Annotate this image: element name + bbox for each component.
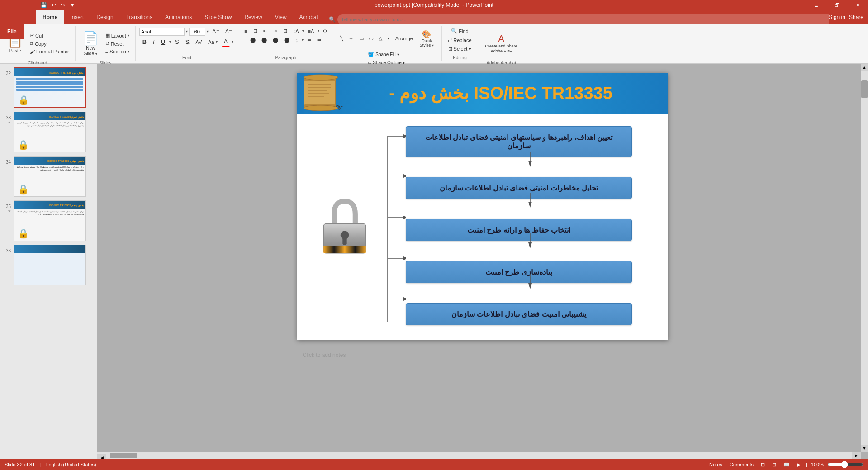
h-scrollbar[interactable]: ◀ ▶	[97, 452, 861, 459]
notes-area[interactable]: Click to add notes	[297, 351, 668, 359]
tab-design[interactable]: Design	[90, 10, 119, 24]
tab-view[interactable]: View	[269, 10, 293, 24]
reading-view-btn[interactable]: 📖	[782, 461, 792, 468]
font-name-input[interactable]	[139, 28, 185, 36]
select-button[interactable]: ⊡ Select ▾	[446, 45, 474, 53]
slideshow-btn[interactable]: ▶	[795, 461, 802, 468]
h-scroll-thumb[interactable]	[110, 453, 137, 458]
shape-fill-btn[interactable]: 🪣 Shape Fill ▾	[365, 51, 409, 58]
col-btn[interactable]: ⊞	[281, 27, 289, 35]
tab-review[interactable]: Review	[238, 10, 268, 24]
tell-me-input[interactable]	[337, 14, 863, 24]
tab-slideshow[interactable]: Slide Show	[198, 10, 238, 24]
ltr-btn[interactable]: ➡	[315, 36, 323, 44]
share-btn[interactable]: Share	[849, 14, 863, 20]
notes-status-btn[interactable]: Notes	[707, 461, 724, 468]
cut-button[interactable]: ✂ Cut	[28, 32, 71, 39]
redo-qa-btn[interactable]: ↪	[59, 1, 66, 9]
format-painter-icon: 🖌	[30, 49, 35, 54]
quick-styles-btn[interactable]: 🎨 QuickStyles ▾	[416, 27, 437, 50]
bullets-btn[interactable]: ≡	[242, 28, 249, 35]
sign-in-btn[interactable]: Sign in	[829, 14, 845, 20]
justify-btn[interactable]: ⬤	[282, 36, 292, 44]
numbering-btn[interactable]: ⊟	[251, 27, 260, 35]
tab-insert[interactable]: Insert	[64, 10, 90, 24]
strikethrough-btn[interactable]: S	[173, 38, 181, 46]
section-button[interactable]: ≡ Section ▾	[103, 48, 132, 55]
clipboard-small-group: ✂ Cut ⧉ Copy 🖌 Format Painter	[28, 32, 71, 55]
change-case-btn[interactable]: Aa ▾	[206, 38, 219, 46]
shadow-btn[interactable]: S	[183, 38, 192, 46]
text-direction-btn[interactable]: ↕A	[291, 28, 301, 35]
file-tab[interactable]: File	[0, 24, 24, 39]
line-spacing-btn[interactable]: ↕	[293, 37, 300, 44]
flow-box-3: انتخاب حفاظ ها و ارائه طرح امنیت	[406, 219, 632, 241]
italic-btn[interactable]: I	[151, 38, 157, 46]
copy-button[interactable]: ⧉ Copy	[28, 40, 71, 47]
shape-line-btn[interactable]: ╲	[338, 35, 346, 43]
increase-font-btn[interactable]: A⁺	[210, 27, 222, 36]
char-spacing-btn[interactable]: AV	[193, 38, 204, 46]
font-size-input[interactable]	[189, 28, 205, 36]
bold-btn[interactable]: B	[140, 38, 149, 46]
shape-more-btn[interactable]: ▾	[385, 35, 392, 42]
new-slide-label: NewSlide ▾	[84, 46, 97, 57]
window-title: powerpoint.ppt [Compatibility Mode] - Po…	[375, 2, 493, 8]
slide-panel[interactable]: 32 ISO/IEC TR13335 بخش دوم 🔒 33 ★	[0, 64, 97, 459]
shape-rect-btn[interactable]: ▭	[357, 35, 366, 43]
close-btn[interactable]: ✕	[847, 0, 868, 10]
format-painter-button[interactable]: 🖌 Format Painter	[28, 48, 71, 55]
tab-animations[interactable]: Animations	[159, 10, 198, 24]
replace-button[interactable]: ⇄ Replace	[446, 36, 474, 44]
shape-arrow-btn[interactable]: →	[346, 35, 356, 42]
ribbon-tabs: File Home Insert Design Transitions Anim…	[0, 10, 868, 24]
undo-qa-btn[interactable]: ↩	[50, 1, 57, 9]
save-qa-btn[interactable]: 💾	[39, 1, 48, 9]
align-center-btn[interactable]: ⬤	[259, 36, 269, 44]
notes-placeholder[interactable]: Click to add notes	[297, 349, 351, 361]
decrease-indent-btn[interactable]: ⇤	[261, 27, 270, 35]
slide-sorter-btn[interactable]: ⊞	[770, 461, 778, 468]
tab-home[interactable]: Home	[36, 10, 64, 24]
paragraph-items: ≡ ⊟ ⇤ ⇥ ⊞ ↕A ▾ ≡A ▾ ⚙ ⬤ ⬤ ⬤ ⬤ ↕	[242, 27, 329, 54]
align-text-btn[interactable]: ≡A	[305, 28, 316, 35]
slide-thumb-33[interactable]: 33 ★ ISO/IEC TR13335 بخش سوم در این فصل …	[2, 111, 95, 153]
convert-smartart-btn[interactable]: ⚙	[321, 28, 329, 34]
slide-thumb-32[interactable]: 32 ISO/IEC TR13335 بخش دوم 🔒	[2, 66, 95, 109]
maximize-btn[interactable]: 🗗	[826, 0, 847, 10]
underline-btn[interactable]: U	[159, 38, 167, 46]
more-qa-btn[interactable]: ▼	[68, 1, 76, 9]
comments-status-btn[interactable]: Comments	[728, 461, 755, 468]
shape-tri-btn[interactable]: △	[376, 35, 384, 43]
decrease-font-btn[interactable]: A⁻	[223, 27, 235, 36]
increase-indent-btn[interactable]: ⇥	[271, 27, 280, 35]
scroll-right-btn[interactable]: ▶	[852, 452, 861, 459]
align-left-btn[interactable]: ⬤	[248, 36, 258, 44]
shape-oval-btn[interactable]: ⬭	[367, 35, 375, 43]
create-pdf-button[interactable]: A Create and ShareAdobe PDF	[482, 27, 521, 60]
rtl-btn[interactable]: ⬅	[305, 36, 313, 44]
align-right-btn[interactable]: ⬤	[270, 36, 280, 44]
slide-thumb-35[interactable]: 35 ★ ISO/IEC TR13335 بخش پنجم در این بخش…	[2, 199, 95, 242]
scroll-left-btn[interactable]: ◀	[97, 454, 106, 459]
find-icon: 🔍	[451, 28, 457, 34]
slide-title: ISO/IEC TR13335 بخش دوم -	[389, 83, 612, 103]
minimize-btn[interactable]: 🗕	[806, 0, 826, 10]
font-color-btn[interactable]: A	[222, 37, 230, 47]
slide-thumb-34[interactable]: 34 ISO/IEC TR13335 بخش چهارم در این بخش …	[2, 155, 95, 198]
ribbon: File Home Insert Design Transitions Anim…	[0, 10, 868, 64]
tab-transitions[interactable]: Transitions	[120, 10, 159, 24]
normal-view-btn[interactable]: ⊟	[759, 461, 767, 468]
content-scroll[interactable]: By: ISO/IEC TR13335 بخش دوم -	[97, 64, 868, 459]
layout-button[interactable]: ▦ Layout ▾	[103, 32, 132, 39]
reset-button[interactable]: ↺ Reset	[103, 40, 132, 47]
new-slide-button[interactable]: 📄 NewSlide ▾	[79, 27, 102, 60]
slide-thumb-36[interactable]: 36	[2, 244, 95, 286]
zoom-slider[interactable]	[827, 461, 863, 468]
arrange-btn[interactable]: Arrange	[393, 35, 415, 42]
find-label: Find	[459, 28, 468, 34]
paragraph-group-label: Paragraph	[275, 55, 296, 60]
tab-acrobat[interactable]: Acrobat	[293, 10, 324, 24]
tell-me-area: 🔍	[324, 14, 868, 24]
find-button[interactable]: 🔍 Find	[449, 27, 470, 35]
